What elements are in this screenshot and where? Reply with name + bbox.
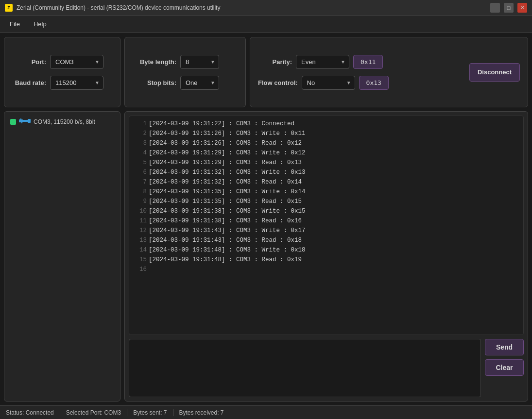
action-buttons: Send Clear [485,339,524,397]
log-line-text: [2024-03-09 19:31:48] : COM3 : Write : 0… [149,245,306,255]
parity-flow-section: Parity: Even None Odd Mark Space ▼ 0x11 [250,37,528,107]
help-menu[interactable]: Help [28,18,52,30]
log-line: 11[2024-03-09 19:31:38] : COM3 : Read : … [133,216,519,226]
log-area[interactable]: 1[2024-03-09 19:31:22] : COM3 : Connecte… [129,116,524,335]
port-baud-section: Port: COM3 COM1 COM2 COM4 ▼ Baud rate: 1… [4,37,120,107]
log-line-number: 15 [133,255,147,265]
flow-label: Flow control: [258,79,298,86]
log-line-text: [2024-03-09 19:31:22] : COM3 : Connected [149,119,294,129]
log-line-number: 9 [133,197,147,206]
parity-flow-cols: Parity: Even None Odd Mark Space ▼ 0x11 [258,55,462,90]
hex2-button[interactable]: 0x13 [359,76,389,90]
log-line-text: [2024-03-09 19:31:26] : COM3 : Write : 0… [149,129,306,138]
flow-row: Flow control: No RTS/CTS XON/XOFF ▼ 0x13 [258,76,462,90]
flow-select-wrapper: No RTS/CTS XON/XOFF ▼ [302,76,355,90]
log-line-text: [2024-03-09 19:31:38] : COM3 : Read : 0x… [149,216,302,226]
device-icon [19,117,31,126]
log-line-text: [2024-03-09 19:31:29] : COM3 : Read : 0x… [149,158,302,168]
port-label: Port: [12,58,46,66]
byte-row: Byte length: 8 5 6 7 ▼ [133,55,238,69]
log-line-text: [2024-03-09 19:31:32] : COM3 : Write : 0… [149,168,306,177]
send-button[interactable]: Send [485,339,524,355]
file-menu[interactable]: File [4,18,26,30]
parity-label: Parity: [258,58,292,66]
parity-select[interactable]: Even None Odd Mark Space [296,55,349,69]
log-line-number: 13 [133,235,147,245]
status-bytes-received: Bytes received: 7 [173,409,230,416]
port-select-wrapper: COM3 COM1 COM2 COM4 ▼ [50,55,103,69]
window-controls: ─ □ ✕ [490,3,527,13]
svg-rect-5 [20,118,21,120]
input-send-area: Send Clear [129,339,524,397]
minimize-button[interactable]: ─ [490,3,500,13]
log-line-number: 16 [133,265,147,274]
log-line-number: 8 [133,187,147,197]
svg-rect-6 [21,122,22,123]
log-line-number: 14 [133,245,147,255]
parity-select-wrapper: Even None Odd Mark Space ▼ [296,55,349,69]
close-button[interactable]: ✕ [517,3,527,13]
window-title: Zerial (Community Edition) - serial (RS2… [17,4,220,11]
byte-stop-section: Byte length: 8 5 6 7 ▼ Stop bits: One [124,37,246,107]
log-line-text: [2024-03-09 19:31:48] : COM3 : Read : 0x… [149,255,302,265]
log-line: 2[2024-03-09 19:31:26] : COM3 : Write : … [133,129,519,138]
parity-row: Parity: Even None Odd Mark Space ▼ 0x11 [258,55,462,69]
log-line: 5[2024-03-09 19:31:29] : COM3 : Read : 0… [133,158,519,168]
log-line-text: [2024-03-09 19:31:43] : COM3 : Write : 0… [149,226,306,235]
flow-select[interactable]: No RTS/CTS XON/XOFF [302,76,355,90]
app-icon: Z [5,4,13,12]
stop-row: Stop bits: One Two 1.5 ▼ [133,76,238,90]
maximize-button[interactable]: □ [504,3,514,13]
log-line-text: [2024-03-09 19:31:43] : COM3 : Read : 0x… [149,235,302,245]
log-line: 10[2024-03-09 19:31:38] : COM3 : Write :… [133,206,519,216]
log-line: 12[2024-03-09 19:31:43] : COM3 : Write :… [133,226,519,235]
stop-select[interactable]: One Two 1.5 [180,76,219,90]
status-port: Selected Port: COM3 [60,409,127,416]
log-line: 9[2024-03-09 19:31:35] : COM3 : Read : 0… [133,197,519,206]
baud-select[interactable]: 115200 9600 19200 38400 57600 [50,76,103,90]
device-sidebar: COM3, 115200 b/s, 8bit [4,111,120,402]
stop-label: Stop bits: [133,79,176,86]
port-select[interactable]: COM3 COM1 COM2 COM4 [50,55,103,69]
log-line-number: 5 [133,158,147,168]
log-line-number: 10 [133,206,147,216]
port-row: Port: COM3 COM1 COM2 COM4 ▼ [12,55,112,69]
log-line-number: 1 [133,119,147,129]
log-line-text: [2024-03-09 19:31:35] : COM3 : Read : 0x… [149,197,302,206]
main-content: Port: COM3 COM1 COM2 COM4 ▼ Baud rate: 1… [0,33,532,405]
log-line-number: 3 [133,138,147,148]
log-line: 1[2024-03-09 19:31:22] : COM3 : Connecte… [133,119,519,129]
svg-rect-4 [28,119,31,123]
clear-button[interactable]: Clear [485,359,524,376]
byte-select[interactable]: 8 5 6 7 [180,55,219,69]
log-line: 13[2024-03-09 19:31:43] : COM3 : Read : … [133,235,519,245]
svg-text:Z: Z [7,5,10,10]
log-line: 8[2024-03-09 19:31:35] : COM3 : Write : … [133,187,519,197]
log-line-text: [2024-03-09 19:31:32] : COM3 : Read : 0x… [149,177,302,187]
hex1-button[interactable]: 0x11 [353,55,383,69]
log-line: 6[2024-03-09 19:31:32] : COM3 : Write : … [133,168,519,177]
byte-label: Byte length: [133,58,176,66]
device-status-indicator [10,119,16,125]
log-line-number: 12 [133,226,147,235]
log-line-number: 11 [133,216,147,226]
log-line-number: 2 [133,129,147,138]
svg-rect-3 [23,120,28,122]
send-input[interactable] [129,339,481,397]
menu-bar: File Help [0,16,532,33]
log-line-number: 6 [133,168,147,177]
log-line-text: [2024-03-09 19:31:29] : COM3 : Write : 0… [149,148,306,158]
device-item: COM3, 115200 b/s, 8bit [8,116,116,128]
config-panel: Port: COM3 COM1 COM2 COM4 ▼ Baud rate: 1… [4,37,528,107]
baud-row: Baud rate: 115200 9600 19200 38400 57600… [12,76,112,90]
title-bar: Z Zerial (Community Edition) - serial (R… [0,0,532,16]
baud-select-wrapper: 115200 9600 19200 38400 57600 ▼ [50,76,103,90]
log-line: 16 [133,265,519,274]
title-bar-left: Z Zerial (Community Edition) - serial (R… [5,4,220,12]
log-line: 15[2024-03-09 19:31:48] : COM3 : Read : … [133,255,519,265]
log-line-text: [2024-03-09 19:31:38] : COM3 : Write : 0… [149,206,306,216]
log-line-number: 7 [133,177,147,187]
disconnect-button[interactable]: Disconnect [469,63,520,82]
baud-label: Baud rate: [12,79,46,86]
log-line-text: [2024-03-09 19:31:35] : COM3 : Write : 0… [149,187,306,197]
